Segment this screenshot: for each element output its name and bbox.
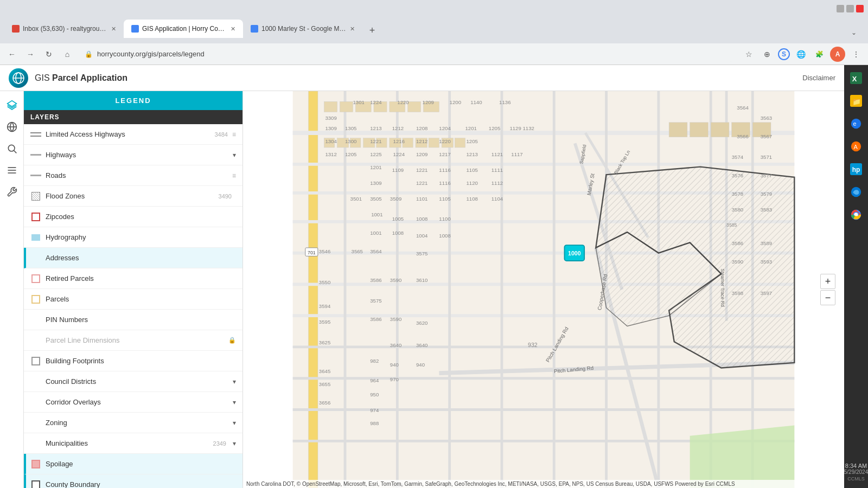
browser-tab-2[interactable]: GIS Application | Horry County G... ✕ (124, 20, 243, 38)
svg-text:1105: 1105 (466, 167, 477, 173)
browser-action-2[interactable]: S (778, 48, 790, 60)
taskbar-ie-icon[interactable]: e (845, 113, 867, 134)
disclaimer-button[interactable]: Disclaimer (802, 74, 835, 82)
tab-overflow-button[interactable]: ⌄ (848, 27, 859, 38)
svg-text:1120: 1120 (466, 180, 477, 186)
taskbar-chrome-icon[interactable] (845, 204, 867, 226)
layer-label-council-districts: Council Districts (46, 377, 231, 386)
layer-expand-corridor-overlays[interactable]: ▾ (233, 399, 236, 406)
svg-text:3564: 3564 (737, 105, 749, 111)
taskbar-hp-icon[interactable]: hp (845, 158, 867, 180)
browser-action-3[interactable]: 🌐 (793, 47, 808, 62)
layer-label-addresses: Addresses (46, 254, 236, 262)
layer-item-retired-parcels[interactable]: Retired Parcels (24, 268, 242, 289)
map-area[interactable]: 1000 Marley St Black Top Ln Cooperhase R… (243, 91, 844, 488)
extensions-icon[interactable]: 🧩 (812, 47, 827, 62)
browser-chrome: Inbox (53,630) - realtygroupsc@... ✕ GIS… (0, 0, 868, 43)
layer-expand-zoning[interactable]: ▾ (233, 419, 236, 427)
layer-count-highways-limited: 3484 (215, 131, 228, 138)
zoom-out-button[interactable]: − (820, 290, 835, 305)
zoom-in-button[interactable]: + (820, 274, 835, 289)
gis-app-header: GIS Parcel Application Disclaimer (0, 65, 844, 91)
layer-label-highways: Highways (46, 151, 231, 159)
layer-expand-municipalities[interactable]: ▾ (233, 440, 236, 447)
svg-text:1309: 1309 (370, 180, 381, 186)
browser-tab-1[interactable]: Inbox (53,630) - realtygroupsc@... ✕ (4, 20, 124, 38)
browser-action-1[interactable]: ⊕ (760, 47, 775, 62)
browser-tab-3[interactable]: 1000 Marley St - Google Maps ✕ (243, 20, 362, 38)
layer-item-parcel-dimensions[interactable]: Parcel Line Dimensions 🔒 (24, 330, 242, 351)
profile-avatar[interactable]: A (830, 47, 845, 62)
taskbar-explorer-icon[interactable]: 📁 (845, 90, 867, 112)
svg-text:1200: 1200 (450, 99, 461, 105)
layer-item-hydrography[interactable]: Hydrography (24, 227, 242, 248)
clock-time: 8:34 AM (844, 463, 868, 469)
map-zoom-controls: + − (820, 274, 835, 305)
url-bar[interactable]: 🔒 horrycounty.org/gis/parcels/legend (78, 47, 738, 62)
layer-expand-highways[interactable]: ▾ (233, 151, 236, 159)
nav-icon-search[interactable] (2, 139, 22, 158)
refresh-button[interactable]: ↻ (41, 47, 56, 62)
tab3-close[interactable]: ✕ (350, 25, 355, 33)
svg-text:3578: 3578 (732, 191, 743, 197)
svg-text:940: 940 (390, 362, 399, 368)
layer-item-parcels[interactable]: Parcels (24, 289, 242, 310)
svg-text:3571: 3571 (761, 154, 772, 160)
svg-text:701: 701 (308, 250, 316, 255)
nav-icon-layers[interactable] (2, 95, 22, 115)
svg-text:3501: 3501 (350, 196, 362, 202)
svg-text:1224: 1224 (370, 99, 382, 105)
nav-icon-map[interactable] (2, 117, 22, 137)
new-tab-button[interactable]: + (365, 23, 380, 38)
nav-icon-list[interactable] (2, 160, 22, 180)
back-button[interactable]: ← (4, 47, 20, 62)
layer-item-roads[interactable]: Roads ≡ (24, 165, 242, 186)
layer-symbol-roads (30, 170, 41, 181)
browser-menu-button[interactable]: ⋮ (848, 47, 864, 62)
layer-item-county-boundary[interactable]: County Boundary (24, 474, 242, 488)
window-close[interactable] (856, 5, 864, 12)
layer-item-zipcodes[interactable]: Zipcodes (24, 207, 242, 227)
taskbar-excel-icon[interactable]: X (845, 67, 867, 89)
svg-rect-56 (669, 123, 687, 137)
svg-text:📁: 📁 (852, 98, 861, 106)
layer-expand-council-districts[interactable]: ▾ (233, 378, 236, 386)
layer-item-highways-limited[interactable]: Limited Access Highways 3484 ≡ (24, 124, 242, 145)
taskbar-edge-icon[interactable] (845, 181, 867, 203)
layer-symbol-highways (30, 150, 41, 160)
svg-text:1108: 1108 (466, 196, 477, 202)
legend-panel: LEGEND LAYERS Limited Access Highways 34… (24, 91, 243, 488)
home-button[interactable]: ⌂ (60, 47, 75, 62)
taskbar-app1-icon[interactable]: A (845, 136, 867, 157)
layer-item-zoning[interactable]: Zoning ▾ (24, 413, 242, 433)
layer-item-pin-numbers[interactable]: PIN Numbers (24, 310, 242, 330)
svg-text:3656: 3656 (319, 400, 330, 406)
layer-item-highways[interactable]: Highways ▾ (24, 145, 242, 165)
svg-text:3576: 3576 (732, 172, 743, 178)
nav-icon-tools[interactable] (2, 182, 22, 202)
layer-label-parcel-dimensions: Parcel Line Dimensions (46, 336, 226, 344)
layer-item-spoilage[interactable]: Spoilage (24, 454, 242, 474)
layer-item-flood-zones[interactable]: Flood Zones 3490 (24, 186, 242, 207)
layer-item-building-footprints[interactable]: Building Footprints (24, 351, 242, 371)
tab2-close[interactable]: ✕ (231, 25, 235, 33)
svg-text:1205: 1205 (345, 151, 356, 157)
clock-date: 5/29/2024 (844, 469, 868, 475)
svg-text:982: 982 (370, 358, 379, 364)
svg-text:3580: 3580 (732, 207, 743, 213)
layer-symbol-parcels (30, 294, 41, 305)
tab1-close[interactable]: ✕ (111, 25, 116, 33)
layer-item-addresses[interactable]: Addresses (24, 248, 242, 268)
forward-button[interactable]: → (23, 47, 38, 62)
layer-item-council-districts[interactable]: Council Districts ▾ (24, 371, 242, 392)
svg-text:1121: 1121 (492, 151, 503, 157)
svg-text:3574: 3574 (732, 154, 744, 160)
layer-item-municipalities[interactable]: Municipalities 2349 ▾ (24, 433, 242, 454)
svg-text:1216: 1216 (393, 138, 405, 144)
bookmark-star-icon[interactable]: ☆ (741, 47, 756, 62)
window-minimize[interactable] (837, 5, 844, 12)
window-restore[interactable] (846, 5, 854, 12)
svg-text:1205: 1205 (466, 138, 477, 144)
layer-label-zipcodes: Zipcodes (46, 213, 236, 221)
layer-item-corridor-overlays[interactable]: Corridor Overlays ▾ (24, 392, 242, 413)
